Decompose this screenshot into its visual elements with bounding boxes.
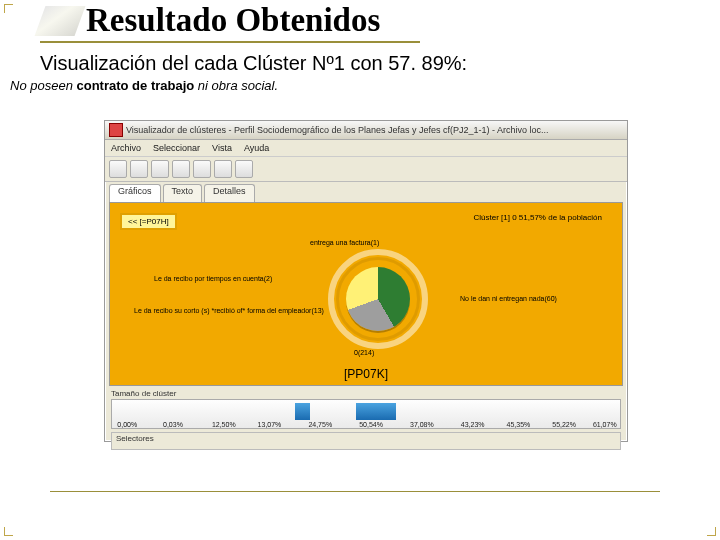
cluster-size-label: Tamaño de clúster [111, 389, 621, 398]
logo-icon [35, 6, 86, 36]
toolbar-button[interactable] [172, 160, 190, 178]
note-bold: contrato de trabajo [77, 78, 195, 93]
chart-caption: [PP07K] [110, 367, 622, 381]
tab-texto[interactable]: Texto [163, 184, 203, 202]
app-icon [109, 123, 123, 137]
pie-label-left1: Le da recibo por tiempos en cuenta(2) [154, 275, 272, 282]
pie-label-top: entrega una factura(1) [310, 239, 379, 246]
pie-label-left2: Le da recibo su corto (s) *recibió of* f… [134, 307, 324, 314]
back-button[interactable]: << [=P07H] [120, 213, 177, 230]
cluster-info: Clúster [1] 0 51,57% de la población [473, 213, 602, 222]
menu-seleccionar[interactable]: Seleccionar [153, 143, 200, 153]
corner-decoration [4, 4, 13, 13]
toolbar-button[interactable] [151, 160, 169, 178]
slide: Resultado Obtenidos Visualización del ca… [0, 0, 720, 540]
tab-graficos[interactable]: Gráficos [109, 184, 161, 202]
pie-slices [346, 267, 410, 331]
toolbar [105, 157, 627, 182]
hist-tick: 50,54% [359, 421, 383, 428]
toolbar-button[interactable] [235, 160, 253, 178]
pie-label-bottom: 0(214) [354, 349, 374, 356]
status-bar: Selectores [111, 432, 621, 450]
app-window: Visualizador de clústeres - Perfil Socio… [104, 120, 628, 442]
hist-tick: 0,00% [117, 421, 137, 428]
toolbar-button[interactable] [193, 160, 211, 178]
corner-decoration [707, 527, 716, 536]
pie-chart[interactable] [328, 249, 428, 349]
page-note: No poseen contrato de trabajo ni obra so… [10, 78, 278, 93]
pie-label-right: No le dan ni entregan nada(60) [460, 295, 557, 302]
hist-tick: 12,50% [212, 421, 236, 428]
page-title: Resultado Obtenidos [86, 2, 380, 39]
tab-bar: Gráficos Texto Detalles [105, 182, 627, 202]
hist-tick: 55,22% [552, 421, 576, 428]
window-title: Visualizador de clústeres - Perfil Socio… [126, 125, 549, 135]
menu-bar: Archivo Seleccionar Vista Ayuda [105, 140, 627, 157]
title-bar[interactable]: Visualizador de clústeres - Perfil Socio… [105, 121, 627, 140]
page-subtitle: Visualización del cada Clúster Nº1 con 5… [40, 52, 467, 75]
hist-tick: 37,08% [410, 421, 434, 428]
note-pre: No poseen [10, 78, 77, 93]
hist-bar [305, 403, 310, 420]
cluster-size-histogram[interactable]: 0,00% 0,03% 12,50% 13,07% 24,75% 50,54% … [111, 399, 621, 429]
corner-decoration [4, 527, 13, 536]
toolbar-button[interactable] [130, 160, 148, 178]
hist-bar [356, 403, 397, 420]
hist-tick: 0,03% [163, 421, 183, 428]
hist-tick: 24,75% [308, 421, 332, 428]
hist-bar [295, 403, 305, 420]
toolbar-button[interactable] [214, 160, 232, 178]
tab-detalles[interactable]: Detalles [204, 184, 255, 202]
menu-ayuda[interactable]: Ayuda [244, 143, 269, 153]
toolbar-button[interactable] [109, 160, 127, 178]
menu-archivo[interactable]: Archivo [111, 143, 141, 153]
hist-tick: 61,07% [593, 421, 617, 428]
hist-tick: 13,07% [258, 421, 282, 428]
note-post: ni obra social. [194, 78, 278, 93]
hist-tick: 45,35% [507, 421, 531, 428]
footer-rule [50, 491, 660, 492]
hist-tick: 43,23% [461, 421, 485, 428]
chart-panel: << [=P07H] Clúster [1] 0 51,57% de la po… [109, 202, 623, 386]
menu-vista[interactable]: Vista [212, 143, 232, 153]
